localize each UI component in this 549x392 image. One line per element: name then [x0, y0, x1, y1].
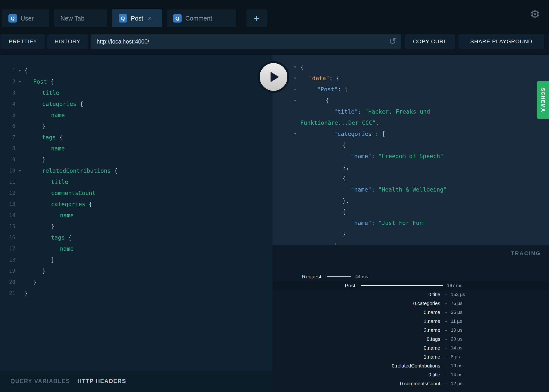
line-number: 2 [0, 79, 15, 85]
reload-schema-icon[interactable]: ↺ [389, 37, 396, 46]
tracing-value: 167 ms [447, 283, 462, 288]
query-line: 13categories { [0, 198, 273, 210]
line-number: 19 [0, 268, 15, 274]
query-line: 8name [0, 143, 273, 154]
query-line: 2▾Post { [0, 76, 273, 87]
collapse-caret-icon[interactable]: ▾ [290, 98, 300, 103]
tracing-row: 0.commentsCount-12 µs [273, 379, 549, 388]
tab-user[interactable]: QUser [2, 9, 49, 27]
tracing-value: 44 ms [355, 274, 368, 279]
execute-query-button[interactable] [258, 61, 289, 93]
line-number: 16 [0, 235, 15, 241]
play-icon [271, 72, 279, 82]
endpoint-url-input[interactable] [91, 34, 401, 49]
collapse-caret-icon[interactable]: ▾ [290, 64, 300, 70]
tracing-value: 8 µs [451, 354, 460, 360]
tab-list: QUserNew TabQPost×QComment [2, 9, 236, 27]
tab-comment[interactable]: QComment [167, 9, 236, 27]
tracing-label: Request [273, 274, 321, 280]
tracing-row: 1.name-8 µs [273, 352, 549, 361]
query-editor-lines: 1▾{2▾Post {3title4categories {5name6}7ta… [0, 55, 273, 299]
line-number: 5 [0, 112, 15, 118]
response-line: ▾{ [273, 95, 549, 106]
copy-curl-button[interactable]: COPY CURL [405, 34, 455, 49]
settings-gear-icon[interactable]: ⚙ [530, 8, 540, 20]
schema-tab[interactable]: SCHEMA [537, 81, 549, 119]
tracing-dash: - [445, 354, 447, 360]
tracing-label: 0.relatedContributions [273, 363, 440, 369]
prettify-button[interactable]: PRETTIFY [0, 34, 45, 49]
close-tab-icon[interactable]: × [148, 15, 152, 22]
tracing-value: 14 µs [451, 345, 463, 351]
tracing-dash: - [445, 381, 447, 387]
response-line: ▾{ [273, 61, 549, 73]
tracing-row: 0.name-14 µs [273, 343, 549, 352]
tracing-dash: - [445, 292, 447, 297]
tracing-dash: - [445, 327, 447, 333]
line-number: 4 [0, 101, 15, 107]
tracing-label: 0.name [273, 310, 440, 315]
response-line: } [273, 228, 549, 240]
tracing-row: 0.tags-20 µs [273, 335, 549, 343]
line-number: 12 [0, 190, 15, 196]
response-line: "name": "Freedom of Speech" [273, 150, 549, 162]
tracing-row: 2.name-10 µs [273, 326, 549, 335]
query-line: 20} [0, 276, 273, 288]
share-playground-button[interactable]: SHARE PLAYGROUND [459, 34, 544, 49]
endpoint-url-wrap: ↺ [91, 34, 401, 49]
play-button-circle [260, 63, 287, 91]
tab-new-tab[interactable]: New Tab [54, 9, 107, 27]
tracing-value: 75 µs [451, 301, 463, 306]
tracing-label: 0.title [273, 292, 440, 297]
tracing-label: 1.name [273, 318, 440, 324]
tracing-toggle[interactable]: TRACING [511, 250, 541, 257]
line-number: 3 [0, 90, 15, 96]
tracing-row: 0.name-25 µs [273, 308, 549, 317]
query-line: 5name [0, 109, 273, 121]
tab-label: Comment [185, 15, 212, 22]
collapse-caret-icon[interactable]: ▾ [290, 87, 300, 92]
line-number: 6 [0, 123, 15, 129]
response-line: ▾"categories": [ [273, 128, 549, 139]
fold-caret-icon[interactable]: ▾ [15, 168, 24, 173]
tracing-value: 12 µs [451, 381, 463, 386]
query-variables-tab[interactable]: QUERY VARIABLES [10, 378, 70, 385]
query-line: 21} [0, 288, 273, 299]
collapse-caret-icon[interactable]: ▾ [290, 131, 300, 136]
query-line: 14name [0, 210, 273, 221]
query-line: 18} [0, 254, 273, 265]
tracing-dash: - [445, 363, 447, 369]
tracing-value: 20 µs [451, 336, 463, 342]
tracing-rows: Request44 msPost167 ms0.title-153 µs0.ca… [273, 272, 549, 388]
response-line: }, [273, 195, 549, 206]
line-number: 1 [0, 68, 15, 74]
tracing-value: 19 µs [451, 363, 463, 368]
graphql-playground-window: QUserNew TabQPost×QComment + ⚙ PRETTIFY … [0, 0, 549, 392]
collapse-caret-icon[interactable]: ▾ [290, 75, 300, 81]
fold-caret-icon[interactable]: ▾ [15, 79, 24, 84]
response-line: { [273, 173, 549, 184]
line-number: 20 [0, 279, 15, 285]
new-tab-button[interactable]: + [247, 9, 267, 27]
response-lines: ▾{▾"data": {▾"Post": [▾{"title": "Hacker… [273, 61, 549, 245]
tracing-value: 153 µs [451, 292, 465, 297]
query-editor[interactable]: 1▾{2▾Post {3title4categories {5name6}7ta… [0, 55, 273, 370]
tracing-value: 14 µs [451, 372, 463, 377]
query-line: 12commentsCount [0, 187, 273, 198]
response-line: { [273, 206, 549, 217]
tracing-dash: - [445, 301, 447, 306]
fold-caret-icon[interactable]: ▾ [15, 68, 24, 73]
tab-post[interactable]: QPost× [112, 9, 162, 27]
response-line: ] [273, 240, 549, 245]
tracing-dash: - [445, 318, 447, 324]
line-number: 18 [0, 257, 15, 263]
line-number: 13 [0, 201, 15, 207]
tracing-label: 1.name [273, 354, 440, 360]
http-headers-tab[interactable]: HTTP HEADERS [78, 378, 126, 385]
tracing-dash: - [445, 336, 447, 342]
schema-tab-label: SCHEMA [540, 88, 546, 112]
history-button[interactable]: HISTORY [47, 34, 88, 49]
line-number: 7 [0, 134, 15, 140]
tracing-label: 0.name [273, 345, 440, 351]
tracing-row: 0.title-153 µs [273, 290, 549, 299]
